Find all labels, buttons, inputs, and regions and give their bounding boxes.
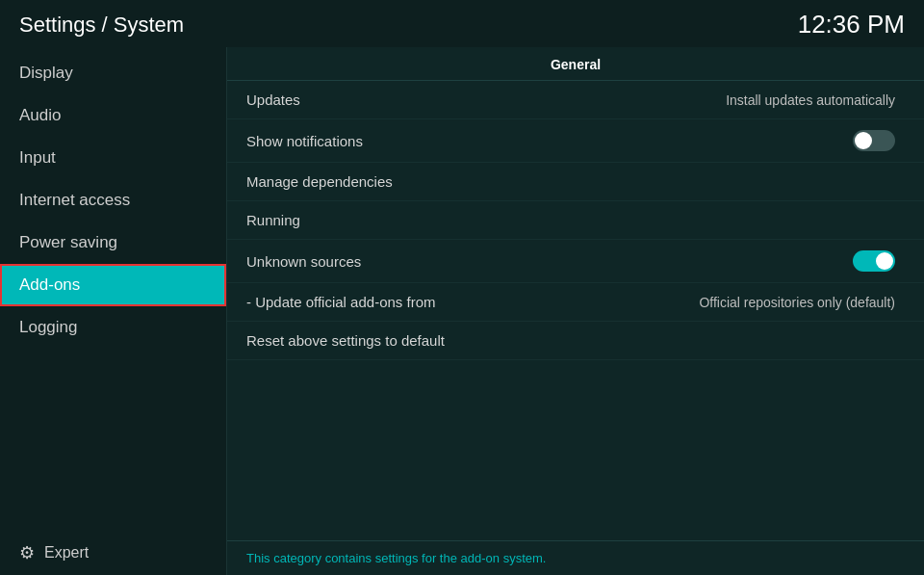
sidebar-item-logging[interactable]: Logging (0, 306, 226, 349)
setting-row-reset-settings[interactable]: Reset above settings to default (227, 322, 924, 360)
setting-label-reset-settings: Reset above settings to default (246, 332, 445, 349)
section-header: General (227, 47, 924, 81)
main-panel: General Updates Install updates automati… (226, 47, 924, 575)
setting-row-show-notifications[interactable]: Show notifications (227, 119, 924, 163)
toggle-show-notifications[interactable] (853, 130, 895, 151)
setting-label-running: Running (246, 212, 300, 228)
sidebar-footer[interactable]: ⚙ Expert (0, 531, 226, 575)
sidebar-item-internet-access[interactable]: Internet access (0, 179, 226, 222)
bottom-bar: This category contains settings for the … (227, 540, 924, 575)
setting-row-unknown-sources[interactable]: Unknown sources (227, 240, 924, 283)
setting-value-updates: Install updates automatically (726, 92, 895, 108)
gear-icon: ⚙ (19, 542, 35, 563)
setting-value-update-official-addons: Official repositories only (default) (699, 295, 895, 310)
toggle-knob-unknown (876, 252, 893, 270)
settings-area: General Updates Install updates automati… (227, 47, 924, 540)
clock: 12:36 PM (798, 10, 905, 39)
sidebar-item-power-saving[interactable]: Power saving (0, 222, 226, 264)
setting-label-manage-dependencies: Manage dependencies (246, 173, 393, 190)
sidebar-item-add-ons[interactable]: Add-ons (0, 264, 226, 306)
sidebar-item-input[interactable]: Input (0, 137, 226, 179)
setting-label-show-notifications: Show notifications (246, 133, 363, 149)
setting-row-running[interactable]: Running (227, 201, 924, 240)
sidebar: Display Audio Input Internet access Powe… (0, 47, 226, 575)
main-content: Display Audio Input Internet access Powe… (0, 47, 924, 575)
setting-label-update-official-addons: - Update official add-ons from (246, 294, 436, 310)
setting-row-manage-dependencies[interactable]: Manage dependencies (227, 163, 924, 201)
header: Settings / System 12:36 PM (0, 0, 924, 47)
expert-label: Expert (44, 544, 89, 562)
setting-row-update-official-addons[interactable]: - Update official add-ons from Official … (227, 283, 924, 322)
toggle-knob (855, 132, 872, 149)
setting-row-updates[interactable]: Updates Install updates automatically (227, 81, 924, 119)
toggle-unknown-sources[interactable] (853, 250, 895, 272)
setting-label-unknown-sources: Unknown sources (246, 253, 361, 270)
page-title: Settings / System (19, 13, 184, 38)
sidebar-item-audio[interactable]: Audio (0, 94, 226, 137)
bottom-bar-text: This category contains settings for the … (246, 551, 546, 565)
sidebar-item-display[interactable]: Display (0, 52, 226, 94)
setting-label-updates: Updates (246, 91, 300, 108)
